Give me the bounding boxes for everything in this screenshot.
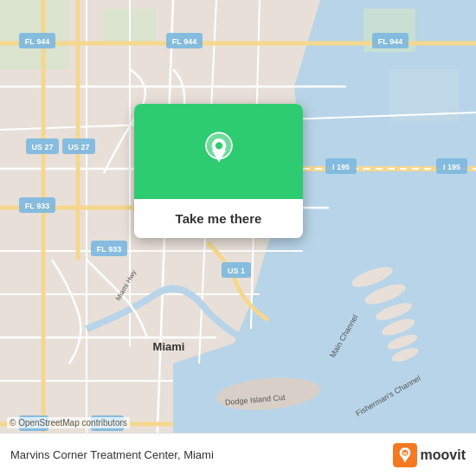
- map-container: FL 944 FL 944 FL 944 US 27 US 27 I 195 I…: [0, 0, 476, 476]
- popup-header: [134, 104, 303, 199]
- location-name: Marvins Corner Treatment Center, Miami: [10, 448, 386, 461]
- map-svg: FL 944 FL 944 FL 944 US 27 US 27 I 195 I…: [0, 0, 476, 476]
- svg-text:FL 933: FL 933: [97, 245, 121, 254]
- moovit-logo: M moovit: [393, 443, 466, 467]
- moovit-icon: M: [393, 443, 417, 467]
- popup-card: Take me there: [134, 104, 303, 238]
- svg-text:US 27: US 27: [31, 143, 53, 151]
- svg-text:FL 933: FL 933: [25, 202, 49, 210]
- take-me-there-button[interactable]: Take me there: [134, 199, 303, 238]
- svg-text:I 195: I 195: [332, 163, 350, 171]
- bottom-bar: Marvins Corner Treatment Center, Miami M…: [0, 433, 476, 476]
- svg-text:FL 944: FL 944: [25, 37, 49, 46]
- svg-point-68: [215, 142, 222, 149]
- svg-text:FL 944: FL 944: [378, 37, 402, 46]
- svg-text:US 1: US 1: [228, 267, 245, 275]
- location-pin-icon: [197, 130, 241, 173]
- svg-text:I 195: I 195: [443, 163, 460, 171]
- svg-text:M: M: [402, 451, 407, 456]
- svg-text:US 27: US 27: [68, 143, 89, 151]
- moovit-text: moovit: [421, 447, 466, 463]
- svg-text:Miami: Miami: [153, 340, 185, 353]
- svg-text:FL 944: FL 944: [172, 37, 196, 46]
- copyright-text: © OpenStreetMap contributors: [7, 417, 130, 428]
